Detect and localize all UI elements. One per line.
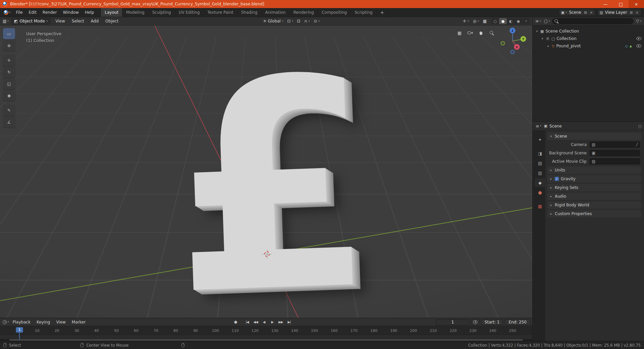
timeline-ruler[interactable]: 1102030405060708090100110120130140150160…	[0, 326, 532, 335]
outliner-row-pound-pivot[interactable]: ▸ ▽ Pound_pivot ◇ ▲	[533, 42, 644, 50]
auto-keyframe-button[interactable]	[471, 319, 479, 325]
workspace-tab-uv-editing[interactable]: UV Editing	[175, 8, 204, 17]
show-gizmo-button[interactable]: ✛ ▾	[461, 18, 471, 24]
disclosure-icon[interactable]: ▾	[541, 37, 544, 40]
shading-material-button[interactable]: ◐	[507, 18, 515, 24]
menu-playback[interactable]: Playback	[10, 320, 34, 325]
workspace-tab-texture-paint[interactable]: Texture Paint	[204, 8, 237, 17]
background-scene-field[interactable]: ▣	[590, 150, 640, 156]
outliner-row-scene-collection[interactable]: ▾ ▦ Scene Collection	[533, 28, 644, 35]
blender-app-menu-button[interactable]: ▾	[1, 8, 13, 17]
menu-select[interactable]: Select	[69, 19, 87, 23]
transform-orientation-selector[interactable]: ✳ Global ▾	[261, 18, 285, 24]
workspace-tab-modeling[interactable]: Modeling	[122, 8, 149, 17]
pin-icon[interactable]: ○	[638, 124, 642, 129]
mode-selector[interactable]: ◩ Object Mode ▾	[11, 18, 50, 24]
disclosure-icon[interactable]: ▾	[535, 30, 539, 33]
properties-editor-button[interactable]: ≡ ▾	[535, 124, 542, 129]
jump-to-start-button[interactable]: |◀	[244, 319, 251, 325]
3d-viewport[interactable]: ▧ ▾ ◩ Object Mode ▾ View Select Add Obje…	[0, 17, 532, 318]
section-custom-properties[interactable]: ▸ Custom Properties	[547, 210, 641, 217]
workspace-tab-layout[interactable]: Layout	[101, 8, 122, 17]
maximize-button[interactable]: □	[613, 0, 629, 8]
annotate-tool[interactable]: ✎	[3, 105, 15, 116]
menu-add[interactable]: Add	[88, 19, 102, 23]
remove-view-layer-button[interactable]: ×	[635, 10, 639, 15]
outliner-editor-button[interactable]: ≡ ▾	[535, 19, 542, 23]
workspace-tab-scripting[interactable]: Scripting	[351, 8, 376, 17]
section-gravity[interactable]: ▸ ✓ Gravity	[547, 175, 641, 183]
scene-panel-header[interactable]: ▾ Scene	[547, 133, 641, 140]
hide-in-viewport-toggle[interactable]	[636, 44, 641, 48]
auto-keying-record-button[interactable]: ●	[232, 319, 239, 325]
zoom-view-button[interactable]	[488, 29, 495, 37]
show-overlays-button[interactable]: ◎ ▾	[471, 18, 481, 24]
disclosure-icon[interactable]: ▸	[547, 44, 550, 48]
minimize-button[interactable]: —	[598, 0, 613, 8]
axis-neg-z-dot[interactable]	[511, 50, 515, 54]
transform-tool[interactable]: ◉	[3, 90, 15, 101]
cursor-tool[interactable]: ⊕	[3, 40, 15, 51]
jump-to-end-button[interactable]: ▶|	[285, 319, 293, 325]
menu-keying[interactable]: Keying	[34, 320, 53, 325]
gravity-checkbox[interactable]: ✓	[555, 177, 559, 181]
grid-toggle-button[interactable]: ▦	[456, 29, 463, 37]
workspace-tab-compositing[interactable]: Compositing	[318, 8, 351, 17]
section-rigid-body-world[interactable]: ▸ Rigid Body World	[547, 201, 641, 209]
shading-options-button[interactable]: ▾	[522, 18, 530, 24]
menu-view[interactable]: View	[52, 19, 68, 23]
scene-selector[interactable]: ▣ ▾ Scene ⊞ ×	[559, 9, 595, 16]
play-button[interactable]: ▶	[269, 319, 276, 325]
snap-toggle-button[interactable]: Ω	[296, 18, 302, 24]
section-keying-sets[interactable]: ▸ Keying Sets	[547, 184, 641, 191]
close-button[interactable]: ×	[629, 0, 644, 8]
prev-keyframe-button[interactable]: ◀◀	[252, 319, 259, 325]
pan-view-button[interactable]	[477, 29, 485, 37]
pound-symbol-object[interactable]: £	[167, 40, 378, 318]
menu-object[interactable]: Object	[102, 19, 121, 23]
next-keyframe-button[interactable]: ▶▶	[277, 319, 284, 325]
pivot-point-button[interactable]: ⊡ ▾	[285, 18, 295, 24]
xray-toggle-button[interactable]: ▩	[481, 18, 488, 24]
timeline-editor-button[interactable]: ▾	[2, 320, 10, 324]
navigation-gizmo[interactable]: Z Y X	[498, 27, 527, 55]
workspace-tab-animation[interactable]: Animation	[262, 8, 290, 17]
scale-tool[interactable]: ◱	[3, 78, 15, 89]
tab-world-properties[interactable]: ●	[535, 188, 545, 197]
playhead-line[interactable]	[19, 333, 20, 339]
menu-edit[interactable]: Edit	[26, 8, 40, 17]
filter-button[interactable]: ▽ ▾	[635, 19, 642, 23]
shading-solid-button[interactable]: ●	[499, 18, 507, 24]
proportional-edit-button[interactable]: ⊙ ▾	[312, 18, 321, 24]
menu-file[interactable]: File	[13, 8, 26, 17]
menu-marker[interactable]: Marker	[69, 320, 89, 325]
outliner-row-collection[interactable]: ▾ ✓ ▢ Collection	[533, 35, 644, 42]
measure-tool[interactable]: ∠	[3, 116, 15, 128]
section-audio[interactable]: ▸ Audio	[547, 193, 641, 200]
section-units[interactable]: ▸ Units	[547, 166, 641, 174]
play-reverse-button[interactable]: ◀	[260, 319, 268, 325]
workspace-tab-sculpting[interactable]: Sculpting	[149, 8, 175, 17]
menu-help[interactable]: Help	[82, 8, 97, 17]
tab-scene-properties[interactable]: ◈	[535, 178, 545, 187]
playhead-badge[interactable]: 1	[16, 327, 23, 333]
select-box-tool[interactable]: ▭	[3, 28, 15, 39]
workspace-tab-rendering[interactable]: Rendering	[290, 8, 318, 17]
start-frame-field[interactable]: Start: 1	[481, 319, 503, 325]
eyedropper-icon[interactable]: ╱	[636, 143, 638, 146]
menu-window[interactable]: Window	[60, 8, 82, 17]
camera-field[interactable]: ▤ ╱	[590, 142, 640, 148]
outliner-search-input[interactable]	[552, 18, 634, 24]
unlink-scene-button[interactable]: ×	[589, 10, 593, 15]
tab-view-layer-properties[interactable]: ▥	[535, 168, 545, 177]
active-movie-clip-field[interactable]: ▤	[590, 158, 640, 164]
menu-view[interactable]: View	[53, 320, 68, 325]
add-workspace-button[interactable]: +	[377, 8, 388, 17]
new-scene-button[interactable]: ⊞	[583, 10, 588, 15]
workspace-tab-shading[interactable]: Shading	[237, 8, 262, 17]
hide-in-viewport-toggle[interactable]	[636, 37, 641, 40]
end-frame-field[interactable]: End: 250	[505, 319, 530, 325]
move-tool[interactable]: ✛	[3, 55, 15, 66]
tab-texture-properties[interactable]: ▩	[535, 202, 545, 210]
shading-rendered-button[interactable]: ◉	[515, 18, 522, 24]
